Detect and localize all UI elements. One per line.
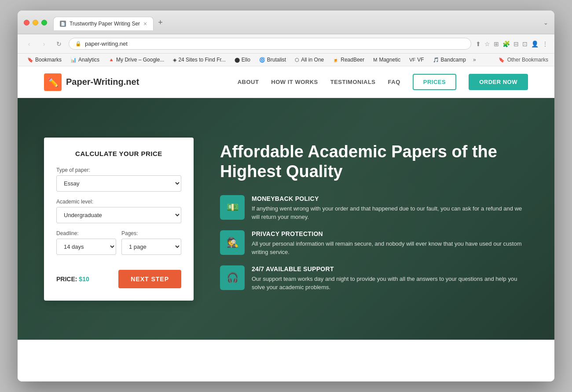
bookmark-analytics[interactable]: 📊 Analytics: [67, 56, 103, 64]
bookmark-label: My Drive – Google...: [116, 57, 164, 63]
hero-section: CALCULATE YOUR PRICE Type of paper: Essa…: [18, 98, 554, 340]
tab-close-button[interactable]: ×: [143, 20, 147, 27]
support-text: 24/7 AVAILABLE SUPPORT Our support team …: [252, 265, 528, 292]
next-step-button[interactable]: NEXT STEP: [118, 270, 181, 288]
bookmark-allinone[interactable]: ⬡ All in One: [291, 56, 327, 64]
refresh-button[interactable]: ↻: [54, 39, 64, 49]
allinone-icon: ⬡: [295, 57, 299, 63]
nav-link-testimonials[interactable]: TESTIMONIALS: [330, 79, 376, 85]
paper-type-select[interactable]: Essay Research Paper Term Paper Thesis D…: [56, 175, 181, 192]
logo-icon: ✏️: [44, 73, 62, 91]
maximize-window-button[interactable]: [41, 20, 47, 25]
back-button[interactable]: ‹: [24, 39, 34, 49]
nav-link-faq[interactable]: FAQ: [388, 79, 400, 85]
support-icon-box: 🎧: [220, 265, 245, 290]
other-bookmarks-icon: 🔖: [499, 57, 505, 63]
pages-group: Pages: 1 page 2 pages 3 pages 5 pages 10…: [121, 230, 181, 255]
deadline-pages-row: Deadline: 3 hours 6 hours 12 hours 24 ho…: [56, 230, 181, 262]
privacy-text: PRIVACY PROTECTION All your personal inf…: [252, 230, 528, 257]
support-description: Our support team works day and night to …: [252, 275, 528, 292]
bookmark-brutalist[interactable]: 🌀 Brutalist: [256, 56, 290, 64]
address-input[interactable]: 🔒 paper-writing.net: [69, 38, 471, 50]
address-text: paper-writing.net: [85, 40, 465, 47]
price-value: $10: [79, 276, 89, 283]
hero-headline: Affordable Academic Papers of the Highes…: [220, 142, 528, 182]
sites-icon: ◈: [173, 57, 176, 63]
other-bookmarks-label[interactable]: Other Bookmarks: [507, 57, 548, 63]
bookmark-label: ReadBeer: [341, 57, 364, 63]
bookmark-readbeer[interactable]: 🍺 ReadBeer: [329, 56, 368, 64]
bookmark-label: 24 Sites to Find Fr...: [178, 57, 225, 63]
bookmark-drive[interactable]: 🔺 My Drive – Google...: [105, 56, 168, 64]
moneyback-text: MONEYBACK POLICY If anything went wrong …: [252, 195, 528, 221]
extensions-icon[interactable]: ⊞: [494, 40, 499, 47]
puzzle-icon[interactable]: 🧩: [502, 40, 510, 47]
moneyback-icon: 💵: [227, 202, 238, 213]
nav-link-about[interactable]: ABOUT: [238, 79, 259, 85]
deadline-label: Deadline:: [56, 230, 116, 236]
sidebar-icon[interactable]: ⊟: [513, 40, 519, 47]
menu-icon[interactable]: ⋮: [542, 40, 548, 47]
academic-level-select[interactable]: High School Undergraduate Master PhD: [56, 207, 181, 223]
ello-icon: ⬤: [235, 57, 240, 63]
support-title: 24/7 AVAILABLE SUPPORT: [252, 265, 528, 272]
website-content: ✏️ Paper-Writing.net ABOUT HOW IT WORKS …: [18, 66, 554, 381]
browser-window: 📄 Trustworthy Paper Writing Ser × + ⌄ ‹ …: [18, 11, 554, 381]
paper-type-group: Type of paper: Essay Research Paper Term…: [56, 167, 181, 192]
bookmark-label: Magnetic: [379, 57, 400, 63]
reader-icon[interactable]: ⊡: [522, 40, 528, 47]
privacy-icon: 🕵: [227, 237, 238, 248]
drive-icon: 🔺: [108, 57, 114, 63]
bookmarks-folder-icon: 🔖: [27, 57, 33, 63]
bandcamp-icon: 🎵: [433, 57, 439, 63]
calculator-title: CALCULATE YOUR PRICE: [56, 150, 181, 157]
close-window-button[interactable]: [24, 20, 29, 25]
nav-link-how-it-works[interactable]: HOW IT WORKS: [271, 79, 318, 85]
bookmark-bandcamp[interactable]: 🎵 Bandcamp: [429, 56, 469, 64]
share-icon[interactable]: ⬆: [476, 40, 481, 47]
site-navbar: ✏️ Paper-Writing.net ABOUT HOW IT WORKS …: [18, 66, 554, 98]
academic-level-label: Academic level:: [56, 199, 181, 205]
window-controls: ⌄: [543, 19, 548, 26]
bookmark-label: Brutalist: [267, 57, 286, 63]
pages-label: Pages:: [121, 230, 181, 236]
profile-icon[interactable]: 👤: [531, 40, 539, 47]
more-bookmarks-button[interactable]: »: [473, 57, 476, 63]
traffic-lights: [24, 20, 47, 25]
prices-button[interactable]: PRICES: [413, 74, 456, 90]
order-now-button[interactable]: ORDER NOW: [469, 74, 528, 90]
feature-privacy: 🕵 PRIVACY PROTECTION All your personal i…: [220, 230, 528, 257]
bookmark-label: Bookmarks: [35, 57, 62, 63]
magnetic-icon: M: [373, 57, 377, 62]
analytics-icon: 📊: [70, 57, 77, 63]
site-logo[interactable]: ✏️ Paper-Writing.net: [44, 73, 139, 91]
bookmark-ello[interactable]: ⬤ Ello: [231, 56, 254, 64]
feature-moneyback: 💵 MONEYBACK POLICY If anything went wron…: [220, 195, 528, 221]
window-chevron-icon: ⌄: [543, 19, 548, 26]
bookmark-label: VF: [417, 57, 424, 63]
bookmark-bookmarks[interactable]: 🔖 Bookmarks: [24, 56, 65, 64]
bookmark-vf[interactable]: VF VF: [406, 56, 427, 64]
deadline-group: Deadline: 3 hours 6 hours 12 hours 24 ho…: [56, 230, 116, 255]
academic-level-group: Academic level: High School Undergraduat…: [56, 199, 181, 223]
price-label: PRICE:: [56, 276, 77, 283]
bookmark-24sites[interactable]: ◈ 24 Sites to Find Fr...: [169, 56, 229, 64]
bookmark-label: Ello: [242, 57, 250, 63]
paper-type-label: Type of paper:: [56, 167, 181, 173]
price-display: PRICE: $10: [56, 276, 89, 283]
logo-text: Paper-Writing.net: [66, 77, 139, 87]
calculator-footer: PRICE: $10 NEXT STEP: [56, 270, 181, 288]
new-tab-button[interactable]: +: [154, 15, 167, 30]
tabs-row: 📄 Trustworthy Paper Writing Ser × +: [53, 15, 543, 30]
minimize-window-button[interactable]: [33, 20, 38, 25]
site-nav-links: ABOUT HOW IT WORKS TESTIMONIALS FAQ PRIC…: [238, 74, 528, 90]
bookmark-magnetic[interactable]: M Magnetic: [370, 56, 404, 64]
hero-content: CALCULATE YOUR PRICE Type of paper: Essa…: [44, 138, 528, 301]
moneyback-description: If anything went wrong with your order a…: [252, 204, 528, 221]
bookmark-label: All in One: [301, 57, 324, 63]
deadline-select[interactable]: 3 hours 6 hours 12 hours 24 hours 2 days…: [56, 239, 116, 255]
pages-select[interactable]: 1 page 2 pages 3 pages 5 pages 10 pages: [121, 239, 181, 255]
browser-tab-active[interactable]: 📄 Trustworthy Paper Writing Ser ×: [53, 17, 154, 30]
forward-button[interactable]: ›: [39, 39, 49, 49]
bookmark-star-icon[interactable]: ☆: [484, 40, 490, 47]
